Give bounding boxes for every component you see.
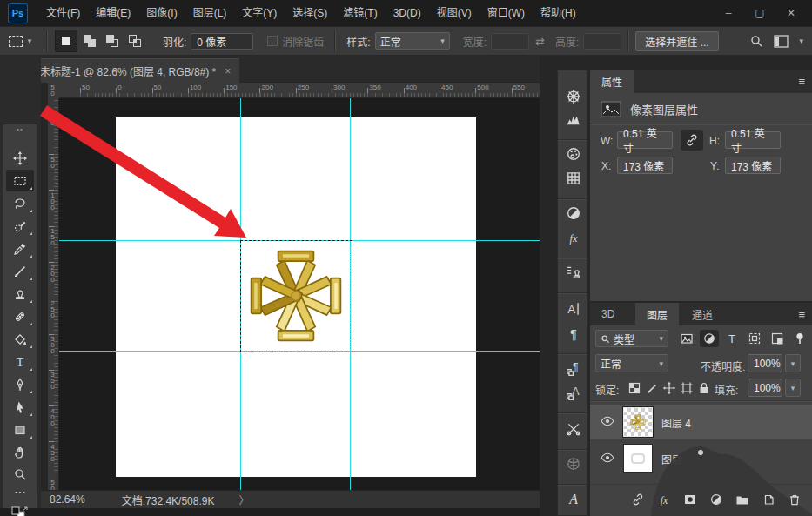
pen-tool[interactable] <box>6 373 34 395</box>
clone-source-panel-icon[interactable] <box>565 264 582 281</box>
menu-3[interactable]: 图层(L) <box>185 0 235 26</box>
paragraph-panel-icon[interactable]: ¶ <box>565 325 582 342</box>
layer-thumbnail[interactable] <box>623 444 653 473</box>
hand-tool[interactable] <box>6 441 34 463</box>
height-value-input[interactable]: 0.51 英寸 <box>725 131 781 149</box>
filter-shape-button[interactable] <box>745 330 764 347</box>
eyedropper-tool[interactable] <box>6 238 34 259</box>
panel-menu-icon[interactable]: ≡ <box>798 75 805 88</box>
subtract-from-selection-button[interactable] <box>102 30 123 51</box>
selection-marquee[interactable] <box>240 240 352 352</box>
select-and-mask-button[interactable]: 选择并遮住 ... <box>635 31 718 51</box>
spot-healing-tool[interactable] <box>6 305 34 327</box>
opacity-scrubber[interactable]: ▾ <box>785 354 801 372</box>
paragraph-styles-panel-icon[interactable]: ¶ <box>565 359 582 377</box>
panel-menu-icon[interactable]: ≡ <box>798 308 805 321</box>
lock-all-button[interactable] <box>696 380 712 396</box>
delete-layer-button[interactable] <box>785 491 804 508</box>
lock-paint-button[interactable] <box>644 380 660 396</box>
zoom-level[interactable]: 82.64% <box>50 493 85 506</box>
rectangular-marquee-tool[interactable] <box>6 170 34 191</box>
tool-presets-panel-icon[interactable] <box>565 420 582 438</box>
layer-name[interactable]: 图层 <box>661 452 682 466</box>
adjustments-panel-icon[interactable] <box>565 204 582 222</box>
feather-input[interactable]: 0 像素 <box>191 33 253 50</box>
new-adjustment-button[interactable] <box>707 491 726 508</box>
style-dropdown[interactable]: 正常 ▾ <box>375 32 450 50</box>
close-button[interactable]: ✕ <box>775 0 807 26</box>
tab-通道[interactable]: 通道 <box>681 303 724 325</box>
filter-type-button[interactable]: T <box>722 330 742 347</box>
menu-8[interactable]: 视图(V) <box>429 0 480 26</box>
layer-row[interactable]: 图层 4 <box>590 405 812 439</box>
workspace-switcher-icon[interactable] <box>768 35 794 48</box>
tab-3D[interactable]: 3D <box>590 303 626 325</box>
fill-scrubber[interactable]: ▾ <box>785 379 801 397</box>
minimize-button[interactable]: – <box>713 0 744 26</box>
tab-图层[interactable]: 图层 <box>635 303 679 325</box>
edit-toolbar-tool[interactable] <box>6 481 34 503</box>
filter-smart-object-button[interactable] <box>768 330 787 347</box>
intersect-selection-button[interactable] <box>124 30 145 51</box>
document-tab[interactable]: 未标题-1 @ 82.6% (图层 4, RGB/8#) * × <box>31 58 239 83</box>
horizontal-ruler[interactable]: 50050100150200250300350400450500550 <box>59 83 540 98</box>
lock-move-button[interactable] <box>661 380 677 396</box>
blend-mode-dropdown[interactable]: 正常 ▾ <box>595 354 668 372</box>
menu-2[interactable]: 图像(I) <box>138 0 185 26</box>
x-value-input[interactable]: 173 像素 <box>617 157 673 174</box>
type-tool[interactable]: T <box>6 351 34 372</box>
navigator-panel-icon[interactable] <box>565 88 582 105</box>
link-layers-button[interactable] <box>628 491 648 508</box>
lock-transparent-button[interactable] <box>627 380 642 396</box>
libraries-panel-icon[interactable] <box>565 455 582 472</box>
canvas-area[interactable] <box>59 98 540 490</box>
layer-row[interactable]: 图层 <box>590 441 812 476</box>
styles-panel-icon[interactable]: fx <box>565 229 582 246</box>
quick-selection-tool[interactable] <box>6 215 34 237</box>
toolbar-grip[interactable]: •• <box>3 124 37 135</box>
move-tool[interactable] <box>6 147 34 169</box>
filter-type-dropdown[interactable]: 类型 ▾ <box>595 330 668 347</box>
new-group-button[interactable] <box>733 491 752 508</box>
width-input[interactable] <box>491 33 529 50</box>
add-to-selection-button[interactable] <box>79 30 100 51</box>
y-value-input[interactable]: 173 像素 <box>725 157 781 174</box>
height-input[interactable] <box>583 33 621 50</box>
character-styles-panel-icon[interactable]: A <box>565 384 582 401</box>
rectangle-shape-tool[interactable] <box>6 419 34 440</box>
link-dimensions-icon[interactable] <box>681 130 703 151</box>
eye-icon[interactable] <box>601 452 616 466</box>
width-value-input[interactable]: 0.51 英寸 <box>617 131 673 149</box>
fill-input[interactable]: 100% <box>748 379 782 397</box>
tab-properties[interactable]: 属性 <box>590 70 634 93</box>
character-panel-icon[interactable]: A <box>565 300 582 318</box>
histogram-panel-icon[interactable] <box>565 111 582 128</box>
default-colors-icon[interactable] <box>10 506 31 516</box>
filter-adjustment-button[interactable] <box>700 330 719 347</box>
chevron-down-icon[interactable]: ▾ <box>799 37 803 45</box>
glyphs-panel-icon[interactable]: A <box>565 490 582 507</box>
antialias-checkbox[interactable] <box>267 36 278 46</box>
swatches-panel-icon[interactable] <box>565 170 582 187</box>
menu-6[interactable]: 滤镜(T) <box>335 0 385 26</box>
vertical-ruler[interactable]: 50050100150200250300350400450500 <box>48 98 59 490</box>
add-mask-button[interactable] <box>681 491 700 508</box>
clone-stamp-tool[interactable] <box>6 283 34 305</box>
filter-toggle-icon[interactable] <box>792 330 808 347</box>
opacity-input[interactable]: 100% <box>748 354 782 372</box>
new-selection-button[interactable] <box>55 30 77 52</box>
menu-9[interactable]: 窗口(W) <box>480 0 533 26</box>
tool-preset-picker[interactable]: ▾ <box>0 36 40 47</box>
menu-5[interactable]: 选择(S) <box>285 0 335 26</box>
maximize-button[interactable]: ▢ <box>744 0 775 26</box>
color-panel-icon[interactable] <box>565 145 582 163</box>
menu-10[interactable]: 帮助(H) <box>533 0 584 26</box>
lock-artboard-button[interactable] <box>679 380 695 396</box>
menu-4[interactable]: 文字(Y) <box>234 0 285 26</box>
menu-0[interactable]: 文件(F) <box>38 0 88 26</box>
menu-1[interactable]: 编辑(E) <box>88 0 138 26</box>
status-chevron-icon[interactable]: 〉 <box>238 493 249 507</box>
layer-style-button[interactable]: fx <box>654 491 674 508</box>
menu-7[interactable]: 3D(D) <box>386 0 429 26</box>
close-tab-icon[interactable]: × <box>225 65 231 77</box>
